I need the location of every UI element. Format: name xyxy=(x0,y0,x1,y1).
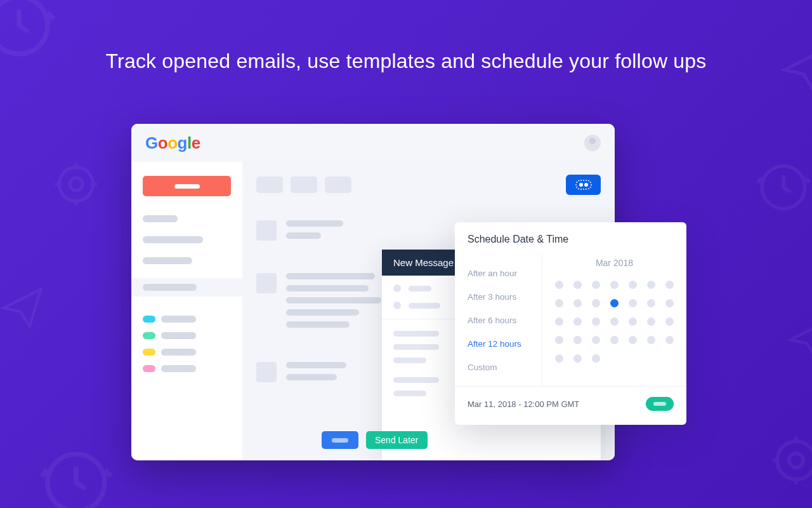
sidebar-item[interactable] xyxy=(143,236,231,243)
preset-list: After an hourAfter 3 hoursAfter 6 hoursA… xyxy=(468,254,542,386)
calendar-title: Mar 2018 xyxy=(555,258,674,268)
calendar-day[interactable] xyxy=(555,354,563,363)
preset-option[interactable]: Custom xyxy=(468,356,542,379)
preset-option[interactable]: After 3 hours xyxy=(468,285,542,309)
paper-plane-icon xyxy=(787,318,812,362)
svg-point-6 xyxy=(789,453,804,468)
preset-option[interactable]: After 6 hours xyxy=(468,309,542,332)
sidebar-tag-item[interactable] xyxy=(143,316,231,323)
calendar-day[interactable] xyxy=(629,336,637,344)
calendar-day[interactable] xyxy=(573,318,582,326)
calendar-day[interactable] xyxy=(573,299,582,307)
calendar-day[interactable] xyxy=(647,336,655,344)
calendar-day[interactable] xyxy=(665,336,674,344)
avatar[interactable] xyxy=(584,135,601,151)
tracking-badge[interactable] xyxy=(566,175,601,195)
preset-option[interactable]: After 12 hours xyxy=(468,332,542,356)
calendar-day[interactable] xyxy=(610,318,619,326)
calendar-day[interactable] xyxy=(592,336,600,344)
calendar-day[interactable] xyxy=(629,318,637,326)
calendar-day[interactable] xyxy=(555,318,563,326)
sidebar-tag-item[interactable] xyxy=(143,349,231,356)
send-button[interactable] xyxy=(322,431,358,449)
calendar-day[interactable] xyxy=(610,299,619,307)
calendar-day[interactable] xyxy=(629,281,637,289)
calendar-day[interactable] xyxy=(573,281,582,289)
svg-point-8 xyxy=(579,183,583,187)
calendar-day[interactable] xyxy=(665,281,674,289)
calendar-day[interactable] xyxy=(665,299,674,307)
sidebar-item-selected[interactable] xyxy=(131,278,242,297)
calendar-day[interactable] xyxy=(573,354,582,363)
toolbar-button[interactable] xyxy=(325,177,351,193)
svg-point-5 xyxy=(777,441,812,479)
calendar-day[interactable] xyxy=(592,318,600,326)
svg-point-2 xyxy=(70,178,82,190)
svg-rect-7 xyxy=(576,180,591,189)
clock-icon xyxy=(38,444,114,508)
compose-button[interactable] xyxy=(143,176,231,196)
paper-plane-icon xyxy=(0,286,44,330)
sidebar-item[interactable] xyxy=(143,257,231,264)
target-icon xyxy=(768,432,812,489)
sidebar-tag-item[interactable] xyxy=(143,332,231,339)
svg-point-1 xyxy=(59,167,93,201)
svg-point-9 xyxy=(584,183,588,187)
target-icon xyxy=(51,159,102,210)
calendar-day[interactable] xyxy=(555,281,563,289)
svg-point-3 xyxy=(48,454,105,508)
calendar-day[interactable] xyxy=(665,318,674,326)
confirm-schedule-button[interactable] xyxy=(646,397,674,411)
send-later-button[interactable]: Send Later xyxy=(366,431,428,449)
calendar-day[interactable] xyxy=(592,354,600,363)
calendar-day[interactable] xyxy=(610,281,619,289)
sidebar xyxy=(131,162,242,460)
calendar-day[interactable] xyxy=(647,318,655,326)
toolbar-button[interactable] xyxy=(291,177,317,193)
clock-icon xyxy=(755,159,812,216)
calendar-day[interactable] xyxy=(555,336,563,344)
calendar-day[interactable] xyxy=(573,336,582,344)
browser-header: Google xyxy=(131,124,615,162)
calendar-day[interactable] xyxy=(555,299,563,307)
toolbar-button[interactable] xyxy=(256,177,283,193)
sidebar-tag-item[interactable] xyxy=(143,365,231,372)
svg-point-4 xyxy=(762,166,805,209)
sidebar-item[interactable] xyxy=(143,215,231,222)
toolbar xyxy=(256,175,601,195)
headline: Track opened emails, use templates and s… xyxy=(0,0,812,73)
calendar-day[interactable] xyxy=(647,299,655,307)
compose-body-placeholder[interactable] xyxy=(393,331,439,337)
google-logo: Google xyxy=(145,133,200,153)
calendar-day[interactable] xyxy=(610,336,619,344)
calendar-day[interactable] xyxy=(592,299,600,307)
calendar-day[interactable] xyxy=(629,299,637,307)
preset-option[interactable]: After an hour xyxy=(468,262,542,285)
calendar-day[interactable] xyxy=(592,281,600,289)
schedule-title: Schedule Date & Time xyxy=(455,222,686,254)
selected-date: Mar 11, 2018 - 12:00 PM GMT xyxy=(468,399,579,409)
calendar-day[interactable] xyxy=(647,281,655,289)
calendar-grid xyxy=(555,281,674,363)
schedule-popup: Schedule Date & Time After an hourAfter … xyxy=(455,222,686,425)
